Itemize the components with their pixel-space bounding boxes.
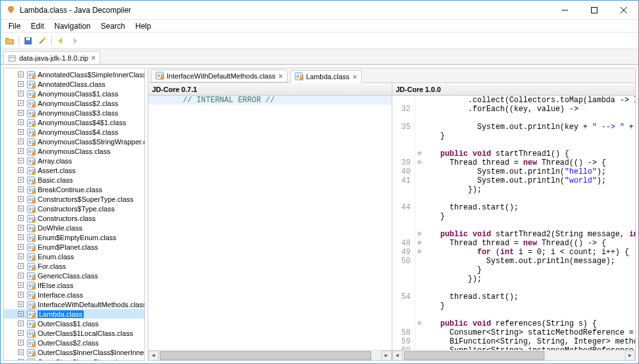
expand-icon[interactable]: + — [18, 321, 24, 326]
close-icon[interactable]: ✕ — [278, 73, 283, 80]
tree-item[interactable]: +010AnonymousClass$4.class — [4, 127, 144, 137]
fold-icon[interactable]: ⊖ — [415, 319, 424, 328]
tree-item[interactable]: +010Constructors$SuperType.class — [4, 194, 144, 204]
expand-icon[interactable]: + — [18, 301, 24, 307]
tree-item[interactable]: +010GenericClass.class — [4, 271, 144, 280]
scroll-right-icon[interactable]: ► — [381, 351, 392, 361]
maximize-button[interactable] — [580, 1, 609, 19]
scroll-track[interactable] — [403, 351, 626, 361]
tree-item[interactable]: +010AnonymousClass$3.class — [4, 108, 144, 118]
tree-item[interactable]: +010Basic.class — [4, 175, 144, 185]
expand-icon[interactable]: + — [18, 186, 24, 192]
tree-item[interactable]: +010Assert.class — [4, 165, 144, 175]
expand-icon[interactable]: + — [18, 167, 24, 173]
expand-icon[interactable]: + — [18, 177, 24, 183]
tree-item[interactable]: +010AnonymousClass$4$1.class — [4, 118, 144, 127]
menu-search[interactable]: Search — [96, 20, 130, 32]
expand-icon[interactable]: + — [18, 330, 24, 336]
expand-icon[interactable]: + — [18, 311, 24, 317]
close-icon[interactable]: ✕ — [352, 73, 357, 80]
expand-icon[interactable]: + — [18, 110, 24, 116]
fold-icon[interactable]: ⊖ — [415, 248, 424, 257]
tree-item[interactable]: +010Constructors$Type.class — [4, 204, 144, 213]
expand-icon[interactable]: + — [18, 119, 24, 125]
tree-item[interactable]: +010Constructors.class — [4, 213, 144, 223]
back-icon[interactable] — [54, 34, 67, 47]
close-button[interactable] — [609, 1, 638, 19]
file-tab[interactable]: data-java-jdk-1.8.0.zip ✕ — [3, 51, 100, 64]
editor-tab[interactable]: 010Lambda.class✕ — [290, 70, 362, 83]
expand-icon[interactable]: + — [18, 234, 24, 240]
menu-edit[interactable]: Edit — [26, 20, 49, 32]
tree-item[interactable]: +010AnonymousClass$1.class — [4, 89, 144, 98]
save-icon[interactable] — [22, 34, 35, 47]
tree-item[interactable]: +010Enum$EmptyEnum.class — [4, 232, 144, 242]
pane-left-hscroll[interactable]: ◄ ► — [148, 350, 392, 360]
expand-icon[interactable]: + — [18, 225, 24, 231]
wand-icon[interactable] — [36, 34, 49, 47]
tree-item[interactable]: +010OuterClass$1.class — [4, 319, 144, 328]
tree-item[interactable]: +010AnonymousClass$StringWrapper.class — [4, 137, 144, 146]
menu-help[interactable]: Help — [130, 20, 157, 32]
close-icon[interactable]: ✕ — [91, 54, 96, 61]
scroll-left-icon[interactable]: ◄ — [392, 351, 403, 361]
tree-item[interactable]: +010OuterClass$2.class — [4, 338, 144, 347]
pane-right-hscroll[interactable]: ◄ ► — [392, 350, 636, 360]
tree-item[interactable]: +010Array.class — [4, 156, 144, 165]
scroll-right-icon[interactable]: ► — [625, 351, 635, 361]
tree-item[interactable]: +010OuterClass$InnerClass$InnerInnerCla — [4, 347, 144, 357]
expand-icon[interactable]: + — [18, 196, 24, 202]
fold-icon[interactable]: ⊖ — [415, 158, 424, 167]
fold-icon[interactable]: ⊖ — [415, 239, 424, 248]
menu-file[interactable]: File — [3, 20, 26, 32]
pane-right-code[interactable]: .collect(Collectors.toMap(lambda -> Inte… — [392, 96, 636, 350]
tree-item[interactable]: +010IfElse.class — [4, 280, 144, 290]
scroll-thumb[interactable] — [160, 351, 371, 360]
expand-icon[interactable]: + — [18, 81, 24, 87]
tree-item[interactable]: +010Lambda.class — [4, 309, 144, 319]
tree-item[interactable]: +010AnnotatedClass$SimpleInnerClass.clas… — [4, 70, 144, 79]
scroll-thumb[interactable] — [404, 351, 544, 360]
expand-icon[interactable]: + — [18, 340, 24, 345]
minimize-button[interactable] — [550, 1, 580, 19]
pane-left-code[interactable]: // INTERNAL ERROR // — [148, 96, 392, 350]
tree-item[interactable]: +010For.class — [4, 261, 144, 271]
fold-icon[interactable]: ⊖ — [415, 149, 424, 158]
expand-icon[interactable]: + — [18, 273, 24, 278]
forward-icon[interactable] — [68, 34, 81, 47]
scroll-left-icon[interactable]: ◄ — [148, 351, 158, 361]
tree-item[interactable]: +010AnonymousClass$2.class — [4, 98, 144, 108]
expand-icon[interactable]: + — [18, 359, 24, 361]
expand-icon[interactable]: + — [18, 263, 24, 269]
expand-icon[interactable]: + — [18, 158, 24, 163]
expand-icon[interactable]: + — [18, 282, 24, 288]
expand-icon[interactable]: + — [18, 254, 24, 259]
expand-icon[interactable]: + — [18, 206, 24, 211]
tree-item[interactable]: +010OuterClass$1LocalClass.class — [4, 328, 144, 338]
tree-item[interactable]: +010BreakContinue.class — [4, 185, 144, 194]
expand-icon[interactable]: + — [18, 100, 24, 106]
scroll-track[interactable] — [158, 351, 381, 361]
expand-icon[interactable]: + — [18, 91, 24, 96]
expand-icon[interactable]: + — [18, 129, 24, 135]
fold-icon[interactable]: ⊖ — [415, 230, 424, 239]
expand-icon[interactable]: + — [18, 215, 24, 221]
menu-navigation[interactable]: Navigation — [49, 20, 96, 32]
tree-item[interactable]: +010InterfaceWithDefaultMethods.class — [4, 300, 144, 309]
tree-item[interactable]: +010Interface.class — [4, 290, 144, 300]
tree-item[interactable]: +010Enum$Planet.class — [4, 242, 144, 252]
tree-item[interactable]: +010AnnotatedClass.class — [4, 79, 144, 89]
expand-icon[interactable]: + — [18, 139, 24, 144]
expand-icon[interactable]: + — [18, 292, 24, 298]
expand-icon[interactable]: + — [18, 244, 24, 250]
tree-item[interactable]: +010Enum.class — [4, 252, 144, 261]
open-icon[interactable] — [3, 34, 16, 47]
tree-item[interactable]: +010AnonymousClass.class — [4, 146, 144, 156]
class-tree-sidebar[interactable]: +010AnnotatedClass$SimpleInnerClass.clas… — [3, 68, 145, 361]
tree-item[interactable]: +010OuterClass$InnerClass.class — [4, 357, 144, 361]
expand-icon[interactable]: + — [18, 349, 24, 355]
expand-icon[interactable]: + — [18, 148, 24, 154]
tree-item[interactable]: +010DoWhile.class — [4, 223, 144, 232]
editor-tab[interactable]: 010InterfaceWithDefaultMethods.class✕ — [151, 70, 288, 82]
expand-icon[interactable]: + — [18, 72, 24, 77]
